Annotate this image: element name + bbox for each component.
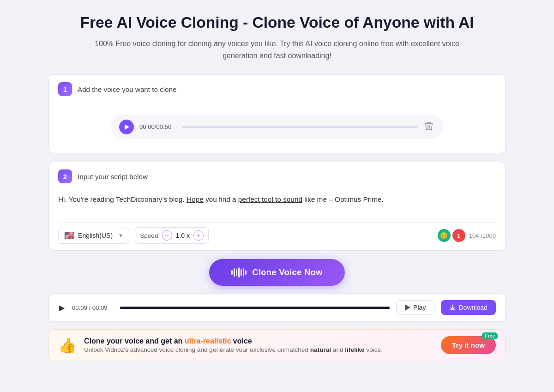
free-badge: Free bbox=[482, 332, 498, 339]
bottom-play-button[interactable]: ▶ bbox=[58, 302, 66, 313]
clone-btn-wrapper: Clone Voice Now bbox=[209, 259, 344, 286]
banner-sub: Unlock Vidnoz's advanced voice cloning a… bbox=[84, 346, 434, 353]
section2-header: 2 Input your script below bbox=[49, 162, 505, 188]
script-right-controls: 😊 1 104 /1000 bbox=[438, 229, 496, 242]
chevron-down-icon: ▼ bbox=[118, 233, 123, 238]
section2-panel: 2 Input your script below Hi. You're rea… bbox=[48, 162, 506, 251]
step2-badge: 2 bbox=[58, 169, 72, 183]
promo-banner: 👍 Clone your voice and get an ultra-real… bbox=[48, 329, 506, 361]
speed-value: 1.0 x bbox=[176, 232, 190, 239]
banner-highlight: ultra-realistic bbox=[185, 337, 231, 345]
perfect-tool-link: perfect tool to sound bbox=[238, 195, 302, 203]
speed-decrease-button[interactable]: − bbox=[162, 230, 172, 241]
step1-badge: 1 bbox=[58, 82, 72, 96]
section2-label: Input your script below bbox=[78, 173, 148, 181]
section1-panel: 1 Add the voice you want to clone 00:00/… bbox=[48, 74, 506, 153]
green-emoji-badge: 😊 bbox=[438, 229, 451, 242]
speed-increase-button[interactable]: + bbox=[193, 230, 204, 241]
emoji-badges: 😊 1 bbox=[438, 229, 465, 242]
hope-link: Hope bbox=[187, 195, 204, 203]
clone-btn-label: Clone Voice Now bbox=[252, 267, 322, 277]
bottom-progress-track[interactable] bbox=[120, 307, 390, 309]
script-section-body: Hi. You're reading TechDictionary's blog… bbox=[49, 188, 505, 250]
speed-label: Speed bbox=[140, 232, 158, 239]
audio-play-button[interactable] bbox=[119, 120, 134, 134]
language-selector[interactable]: 🇺🇸 English(US) ▼ bbox=[58, 228, 129, 244]
page-subtitle: 100% Free voice cloning for cloning any … bbox=[88, 38, 466, 61]
svg-marker-1 bbox=[405, 304, 410, 311]
audio-player: 00:00/00:50 bbox=[111, 115, 443, 139]
banner-text-area: Clone your voice and get an ultra-realis… bbox=[84, 337, 434, 353]
us-flag-icon: 🇺🇸 bbox=[64, 231, 74, 241]
audio-section-body: 00:00/00:50 bbox=[49, 101, 505, 153]
script-text-area[interactable]: Hi. You're reading TechDictionary's blog… bbox=[58, 190, 496, 222]
audio-time-display: 00:00/00:50 bbox=[139, 123, 176, 130]
section1-header: 1 Add the voice you want to clone bbox=[49, 75, 505, 101]
banner-headline: Clone your voice and get an ultra-realis… bbox=[84, 337, 434, 345]
script-left-controls: 🇺🇸 English(US) ▼ Speed − 1.0 x + bbox=[58, 227, 209, 244]
char-count: 104 /1000 bbox=[469, 232, 496, 239]
bottom-progress-fill bbox=[120, 307, 390, 309]
try-btn-wrapper: Try it now Free bbox=[441, 336, 496, 354]
audio-progress-track[interactable] bbox=[182, 126, 417, 128]
speed-control: Speed − 1.0 x + bbox=[135, 227, 209, 244]
download-button[interactable]: Download bbox=[441, 300, 496, 315]
audio-delete-button[interactable] bbox=[423, 119, 435, 134]
red-count-badge: 1 bbox=[452, 229, 465, 242]
bottom-time-display: 00:09 / 00:09 bbox=[72, 304, 114, 311]
section1-label: Add the voice you want to clone bbox=[78, 85, 176, 93]
svg-marker-0 bbox=[125, 124, 129, 130]
play-action-label: Play bbox=[413, 304, 426, 311]
wave-icon bbox=[231, 267, 247, 277]
script-controls: 🇺🇸 English(US) ▼ Speed − 1.0 x + 😊 1 104… bbox=[58, 222, 496, 250]
clone-voice-button[interactable]: Clone Voice Now bbox=[209, 259, 344, 286]
download-label: Download bbox=[458, 304, 488, 311]
play-action-button[interactable]: Play bbox=[396, 300, 434, 315]
banner-icon: 👍 bbox=[58, 337, 77, 354]
page-title: Free AI Voice Cloning - Clone Voice of A… bbox=[80, 14, 474, 31]
bottom-player: ▶ 00:09 / 00:09 Play Download bbox=[48, 293, 506, 322]
language-text: English(US) bbox=[78, 232, 113, 239]
